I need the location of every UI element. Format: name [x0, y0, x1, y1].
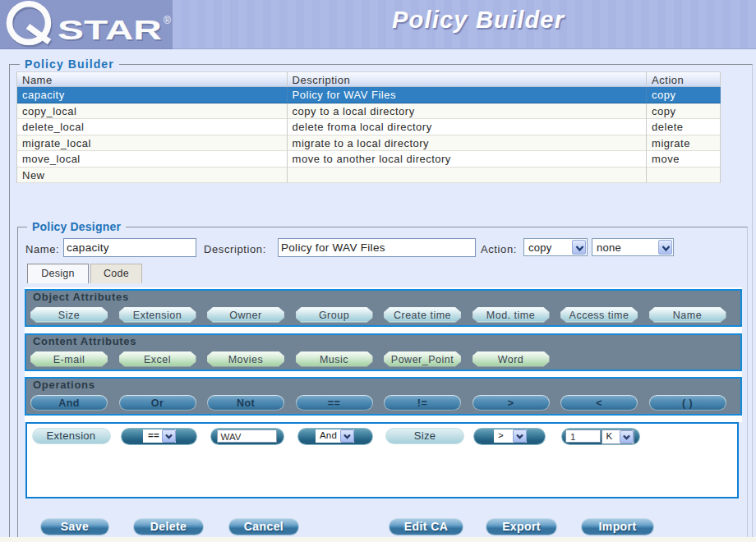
svg-text:STAR: STAR [58, 15, 162, 45]
svg-text:®: ® [164, 15, 171, 26]
